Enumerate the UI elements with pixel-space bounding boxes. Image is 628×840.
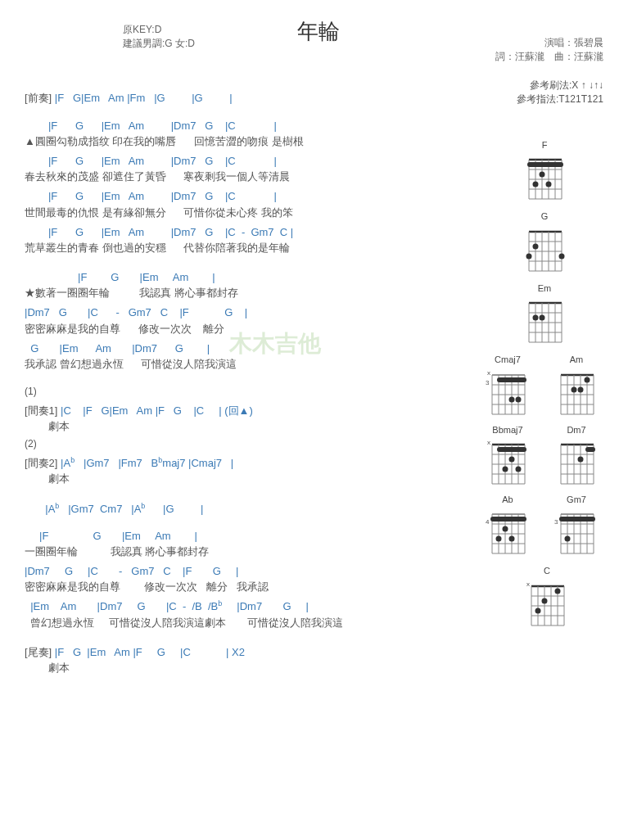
lyric-line: 一圈圈年輪 我認真 將心事都封存 xyxy=(25,544,475,559)
svg-point-26 xyxy=(533,243,539,249)
chord-diagram-f: F xyxy=(479,139,610,202)
svg-point-100 xyxy=(578,456,584,462)
outro-chords: |F G |Em Am |F G |C | X2 xyxy=(55,646,245,658)
verse: |F G |Em Am |Dm7 G |C |▲圓圈勾勒成指纹 印在我的嘴唇 回… xyxy=(25,119,475,256)
lyric-line: 春去秋來的茂盛 卻遮住了黃昏 寒夜剩我一個人等清晨 xyxy=(25,169,475,184)
svg-point-115 xyxy=(496,536,502,542)
svg-text:x: x xyxy=(487,439,490,446)
svg-point-56 xyxy=(516,396,522,402)
inter2-row2: |Ab |Gm7 Cm7 |Ab |G | xyxy=(25,502,475,517)
inter1-label: [間奏1] xyxy=(25,404,57,417)
svg-point-144 xyxy=(542,598,548,603)
svg-point-86 xyxy=(503,466,508,472)
lyric-line: ★數著一圈圈年輪 我認真 將心事都封存 xyxy=(25,286,475,300)
svg-text:4: 4 xyxy=(486,518,490,526)
svg-rect-113 xyxy=(490,517,526,522)
chord-diagram-c: C x xyxy=(484,565,610,628)
outro-row: [尾奏] |F G |Em Am |F G |C | X2 xyxy=(25,645,475,660)
mark-1: (1) xyxy=(25,385,475,399)
svg-point-87 xyxy=(516,466,522,472)
chord-line: |F G |Em Am |Dm7 G |C - Gm7 C | xyxy=(25,225,475,240)
inter2-row1: [間奏2] |Ab |Gm7 |Fm7 Bbmaj7 |Cmaj7 | xyxy=(25,456,475,471)
chord-line: |F G |Em Am | xyxy=(25,270,475,285)
lyric-line: 密密麻麻是我的自尊 修改一次次 離分 xyxy=(25,322,475,336)
original-key: 原KEY:D xyxy=(123,23,195,37)
strum-pattern: 參考刷法:X ↑ ↓↑↓ xyxy=(517,79,603,93)
svg-point-143 xyxy=(555,588,561,594)
lyric-line: 曾幻想過永恆 可惜從沒人陪我演這劇本 可惜從沒人陪我演這 xyxy=(25,616,475,630)
chord-diagram-dm7: Dm7 xyxy=(548,424,605,487)
inter2-chords2: |Ab |Gm7 Cm7 |Ab |G | xyxy=(45,503,203,515)
pick-pattern: 參考指法:T121T121 xyxy=(517,93,603,106)
outro-label: [尾奏] xyxy=(25,646,52,658)
inter2-label: [間奏2] xyxy=(25,457,57,469)
chord-line: |Dm7 G |C - Gm7 C |F G | xyxy=(25,305,475,320)
svg-point-114 xyxy=(503,526,508,532)
svg-point-85 xyxy=(509,456,515,462)
intro-label: [前奏] xyxy=(25,92,52,104)
svg-point-145 xyxy=(535,607,541,613)
svg-point-130 xyxy=(565,536,571,542)
singer: 演唱：張碧晨 xyxy=(495,36,603,50)
svg-point-57 xyxy=(509,396,515,402)
svg-rect-129 xyxy=(559,517,595,522)
svg-point-40 xyxy=(533,315,539,321)
chord-diagram-cmaj7: Cmaj7 x3 xyxy=(479,354,536,417)
svg-text:x: x xyxy=(487,369,490,377)
svg-point-14 xyxy=(546,182,552,187)
lyric-line: 荒草叢生的青春 倒也過的安穩 代替你陪著我的是年輪 xyxy=(25,241,475,255)
lyric-line: ▲圓圈勾勒成指纹 印在我的嘴唇 回憶苦澀的吻痕 是樹根 xyxy=(25,134,475,149)
chord-diagram-gm7: Gm7 3 xyxy=(548,494,605,557)
chord-diagrams: F G xyxy=(479,139,610,629)
svg-point-70 xyxy=(572,386,577,392)
meta-right: 演唱：張碧晨 詞：汪蘇瀧 曲：汪蘇瀧 xyxy=(495,36,603,64)
lyric-line: 密密麻麻是我的自尊 修改一次次 離分 我承認 xyxy=(25,580,475,594)
inter1-lyric: 劇本 xyxy=(25,419,475,434)
svg-rect-55 xyxy=(497,377,526,382)
chord-line: |F G |Em Am | xyxy=(25,529,475,544)
credits: 詞：汪蘇瀧 曲：汪蘇瀧 xyxy=(495,50,603,64)
svg-point-69 xyxy=(585,377,590,382)
outro-lyric: 劇本 xyxy=(25,661,475,675)
suggested-key: 建議男調:G 女:D xyxy=(123,37,195,51)
svg-point-27 xyxy=(526,253,532,259)
chord-line: |Em Am |Dm7 G |C - /B /Bb |Dm7 G | xyxy=(25,599,475,614)
inter1-row: [間奏1] |C |F G|Em Am |F G |C | (回▲) xyxy=(25,404,475,418)
svg-point-71 xyxy=(578,386,584,392)
inter2-chords1: |Ab |Gm7 |Fm7 Bbmaj7 |Cmaj7 | xyxy=(61,457,233,469)
svg-point-116 xyxy=(509,536,515,542)
chord-diagram-bbmaj7: Bbmaj7 x xyxy=(479,424,536,487)
reference-patterns: 參考刷法:X ↑ ↓↑↓ 參考指法:T121T121 xyxy=(517,79,603,106)
chord-diagram-ab: Ab 4 xyxy=(479,494,536,557)
chord-line: |F G |Em Am |Dm7 G |C | xyxy=(25,154,475,169)
lyric-line: 我承認 曾幻想過永恆 可惜從沒人陪我演這 xyxy=(25,357,475,372)
content: [前奏] |F G|Em Am |Fm |G |G | |F G |Em Am … xyxy=(25,91,475,675)
svg-point-41 xyxy=(540,315,545,321)
chord-line: G |Em Am |Dm7 G | xyxy=(25,341,475,356)
chord-diagram-em: Em xyxy=(479,282,610,345)
svg-text:3: 3 xyxy=(554,518,558,526)
chord-line: |Dm7 G |C - Gm7 C |F G | xyxy=(25,564,475,579)
meta-left: 原KEY:D 建議男調:G 女:D xyxy=(123,23,195,51)
svg-text:3: 3 xyxy=(486,379,490,386)
chord-diagram-am: Am xyxy=(548,354,605,417)
chord-line: |F G |Em Am |Dm7 G |C | xyxy=(25,119,475,133)
lyric-line: 世間最毒的仇恨 是有緣卻無分 可惜你從未心疼 我的笨 xyxy=(25,205,475,220)
final-section: |F G |Em Am |一圈圈年輪 我認真 將心事都封存|Dm7 G |C -… xyxy=(25,529,475,630)
svg-point-28 xyxy=(559,253,565,259)
svg-rect-11 xyxy=(527,162,563,167)
chord-diagram-g: G xyxy=(479,210,610,273)
chorus: |F G |Em Am |★數著一圈圈年輪 我認真 將心事都封存|Dm7 G |… xyxy=(25,270,475,372)
mark-2: (2) xyxy=(25,437,475,451)
inter2-lyric: 劇本 xyxy=(25,472,475,486)
svg-text:x: x xyxy=(526,580,530,588)
svg-rect-84 xyxy=(497,447,526,452)
chord-line: |F G |Em Am |Dm7 G |C | xyxy=(25,189,475,204)
svg-point-12 xyxy=(540,172,545,178)
intro-row: [前奏] |F G|Em Am |Fm |G |G | xyxy=(25,91,475,106)
svg-point-13 xyxy=(533,182,539,187)
inter1-chords: |C |F G|Em Am |F G |C | (回▲) xyxy=(61,404,253,417)
chord-sheet: 原KEY:D 建議男調:G 女:D 年輪 演唱：張碧晨 詞：汪蘇瀧 曲：汪蘇瀧 … xyxy=(0,0,628,695)
intro-chords: |F G|Em Am |Fm |G |G | xyxy=(55,92,233,104)
svg-rect-99 xyxy=(585,447,595,452)
